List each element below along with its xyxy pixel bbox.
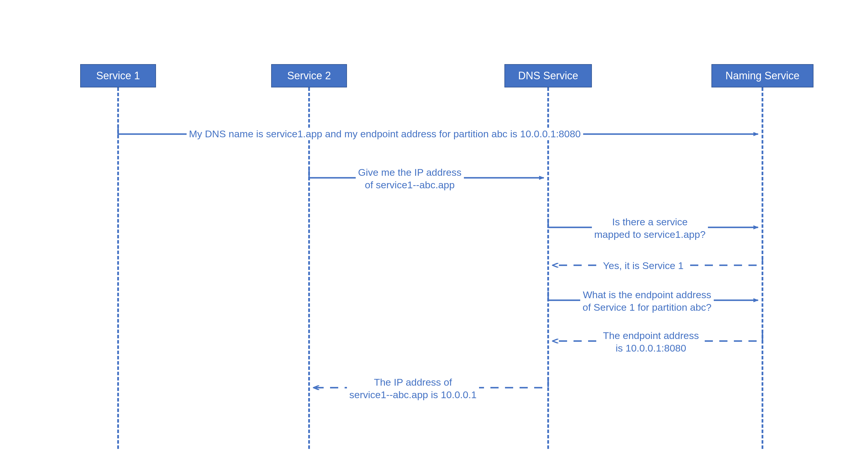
- message-endpoint-reply: The endpoint address is 10.0.0.1:8080: [601, 330, 701, 354]
- sequence-diagram: Service 1 Service 2 DNS Service Naming S…: [0, 0, 868, 469]
- message-register-endpoint: My DNS name is service1.app and my endpo…: [187, 128, 583, 140]
- message-query-endpoint: What is the endpoint address of Service …: [580, 288, 714, 313]
- message-mapping-reply: Yes, it is Service 1: [601, 259, 686, 272]
- message-request-ip: Give me the IP address of service1--abc.…: [356, 166, 464, 191]
- message-ip-reply: The IP address of service1--abc.app is 1…: [347, 376, 479, 401]
- message-query-service-mapping: Is there a service mapped to service1.ap…: [592, 216, 708, 241]
